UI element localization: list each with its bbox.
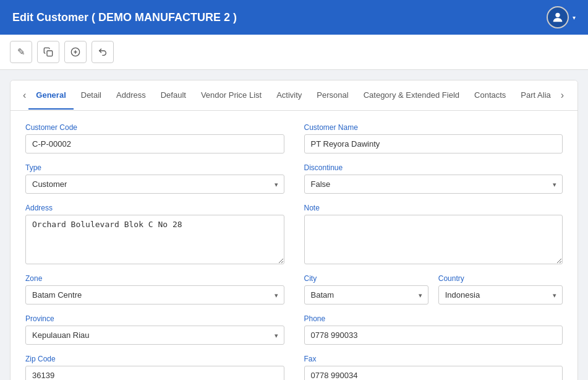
city-field: City Batam ▾ — [304, 274, 428, 304]
tab-contacts[interactable]: Contacts — [467, 82, 513, 110]
phone-label: Phone — [304, 314, 563, 323]
form-card: ‹ General Detail Address Default Vendor … — [10, 80, 578, 380]
customer-code-input[interactable] — [25, 134, 284, 153]
discontinue-select-wrapper: False ▾ — [304, 175, 563, 194]
note-textarea[interactable] — [304, 215, 563, 264]
address-label: Address — [25, 204, 284, 212]
tab-default[interactable]: Default — [153, 82, 194, 110]
zone-field: Zone Batam Centre ▾ — [25, 274, 284, 304]
customer-code-label: Customer Code — [25, 123, 284, 132]
country-label: Country — [438, 274, 563, 283]
customer-name-input[interactable] — [304, 134, 563, 153]
country-select-wrapper: Indonesia ▾ — [438, 285, 563, 304]
tab-activity[interactable]: Activity — [269, 82, 309, 110]
tab-prev-btn[interactable]: ‹ — [20, 80, 28, 110]
city-country-row: City Batam ▾ Country — [304, 274, 563, 304]
discontinue-field: Discontinue False ▾ — [304, 163, 563, 194]
discontinue-select[interactable]: False — [304, 175, 563, 194]
tab-category-extended[interactable]: Category & Extended Field — [356, 82, 467, 110]
back-button[interactable] — [92, 41, 114, 63]
country-select[interactable]: Indonesia — [438, 285, 563, 304]
zip-code-field: Zip Code — [25, 355, 284, 380]
city-select[interactable]: Batam — [304, 285, 428, 304]
add-button[interactable] — [64, 41, 87, 63]
fax-input[interactable] — [304, 366, 563, 380]
province-field: Province Kepulauan Riau ▾ — [25, 314, 284, 345]
zip-code-input[interactable] — [25, 366, 284, 380]
city-label: City — [304, 274, 428, 283]
address-textarea[interactable]: Orchard Bolulevard Blok C No 28 — [25, 215, 284, 264]
form-grid: Customer Code Customer Name Type Custome… — [25, 123, 563, 380]
city-country-field: City Batam ▾ Country — [304, 274, 563, 304]
avatar — [547, 6, 569, 28]
zone-select[interactable]: Batam Centre — [25, 285, 284, 304]
province-label: Province — [25, 314, 284, 323]
tab-personal[interactable]: Personal — [309, 82, 356, 110]
form-area: Customer Code Customer Name Type Custome… — [11, 111, 577, 380]
type-select[interactable]: Customer — [25, 175, 284, 194]
customer-code-field: Customer Code — [25, 123, 284, 153]
tab-part-alia[interactable]: Part Alia — [513, 82, 558, 110]
zone-select-wrapper: Batam Centre ▾ — [25, 285, 284, 304]
tabs-bar: ‹ General Detail Address Default Vendor … — [11, 80, 577, 111]
phone-field: Phone — [304, 314, 563, 345]
main-content: ‹ General Detail Address Default Vendor … — [0, 70, 588, 380]
tab-general[interactable]: General — [28, 82, 73, 110]
svg-rect-1 — [47, 51, 53, 56]
customer-name-label: Customer Name — [304, 123, 563, 132]
tab-address[interactable]: Address — [109, 82, 153, 110]
discontinue-label: Discontinue — [304, 163, 563, 172]
edit-button[interactable]: ✎ — [10, 41, 32, 63]
user-menu-chevron: ▾ — [573, 14, 576, 21]
type-field: Type Customer ▾ — [25, 163, 284, 194]
type-select-wrapper: Customer ▾ — [25, 175, 284, 194]
page-title: Edit Customer ( DEMO MANUFACTURE 2 ) — [12, 11, 237, 24]
toolbar: ✎ — [0, 35, 588, 70]
fax-field: Fax — [304, 355, 563, 380]
address-field: Address Orchard Bolulevard Blok C No 28 — [25, 204, 284, 264]
note-label: Note — [304, 204, 563, 212]
fax-label: Fax — [304, 355, 563, 363]
note-field: Note — [304, 204, 563, 264]
zone-label: Zone — [25, 274, 284, 283]
header: Edit Customer ( DEMO MANUFACTURE 2 ) ▾ — [0, 0, 588, 35]
province-select[interactable]: Kepulauan Riau — [25, 326, 284, 345]
tab-detail[interactable]: Detail — [74, 82, 109, 110]
phone-input[interactable] — [304, 326, 563, 345]
province-select-wrapper: Kepulauan Riau ▾ — [25, 326, 284, 345]
type-label: Type — [25, 163, 284, 172]
user-menu[interactable]: ▾ — [547, 6, 576, 28]
svg-point-0 — [555, 13, 560, 17]
country-field: Country Indonesia ▾ — [438, 274, 563, 304]
tab-vendor-price-list[interactable]: Vendor Price List — [194, 82, 269, 110]
city-select-wrapper: Batam ▾ — [304, 285, 428, 304]
customer-name-field: Customer Name — [304, 123, 563, 153]
tab-next-btn[interactable]: › — [558, 80, 566, 110]
copy-button[interactable] — [37, 41, 59, 63]
zip-code-label: Zip Code — [25, 355, 284, 363]
